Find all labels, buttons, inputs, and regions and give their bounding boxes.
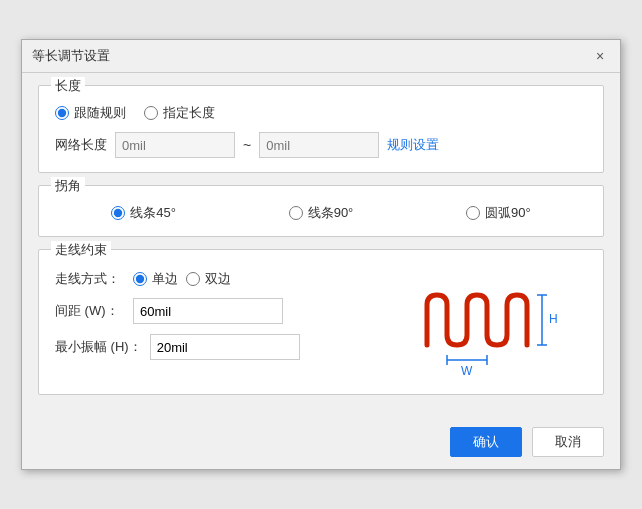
dialog: 等长调节设置 × 长度 跟随规则 指定长度 网络长度 ~ 规则 <box>21 39 621 470</box>
serpentine-svg-container: H W <box>407 260 577 380</box>
corner-section: 拐角 线条45° 线条90° 圆弧90° <box>38 185 604 237</box>
corner-90-label[interactable]: 线条90° <box>289 204 354 222</box>
corner-45-label[interactable]: 线条45° <box>111 204 176 222</box>
routing-legend: 走线约束 <box>51 241 111 259</box>
rule-settings-link[interactable]: 规则设置 <box>387 136 439 154</box>
single-side-label[interactable]: 单边 <box>133 270 178 288</box>
svg-text:H: H <box>549 312 558 326</box>
corner-arc90-label[interactable]: 圆弧90° <box>466 204 531 222</box>
routing-section: 走线约束 走线方式： 单边 双边 <box>38 249 604 395</box>
network-length-input1[interactable] <box>115 132 235 158</box>
single-side-text: 单边 <box>152 270 178 288</box>
dialog-content: 长度 跟随规则 指定长度 网络长度 ~ 规则设置 拐角 <box>22 73 620 419</box>
dialog-footer: 确认 取消 <box>22 419 620 469</box>
network-length-input2[interactable] <box>259 132 379 158</box>
spacing-label: 间距 (W)： <box>55 302 125 320</box>
routing-left: 走线方式： 单边 双边 间距 (W)： <box>55 260 397 380</box>
close-button[interactable]: × <box>590 46 610 66</box>
tilde-separator: ~ <box>243 137 251 153</box>
corner-arc90-text: 圆弧90° <box>485 204 531 222</box>
spacing-input[interactable] <box>133 298 283 324</box>
corner-90-text: 线条90° <box>308 204 354 222</box>
corner-45-radio[interactable] <box>111 206 125 220</box>
follow-rule-label[interactable]: 跟随规则 <box>55 104 126 122</box>
spacing-row: 间距 (W)： <box>55 298 397 324</box>
serpentine-diagram-svg: H W <box>407 260 577 380</box>
length-section: 长度 跟随规则 指定长度 网络长度 ~ 规则设置 <box>38 85 604 173</box>
network-length-row: 网络长度 ~ 规则设置 <box>55 132 587 158</box>
dialog-title: 等长调节设置 <box>32 47 110 65</box>
corner-legend: 拐角 <box>51 177 85 195</box>
mode-row: 走线方式： 单边 双边 <box>55 270 397 288</box>
title-bar: 等长调节设置 × <box>22 40 620 73</box>
mode-label: 走线方式： <box>55 270 125 288</box>
single-side-radio[interactable] <box>133 272 147 286</box>
specify-length-radio[interactable] <box>144 106 158 120</box>
corner-arc90-radio[interactable] <box>466 206 480 220</box>
amplitude-row: 最小振幅 (H)： <box>55 334 397 360</box>
network-length-label: 网络长度 <box>55 136 107 154</box>
follow-rule-radio[interactable] <box>55 106 69 120</box>
cancel-button[interactable]: 取消 <box>532 427 604 457</box>
confirm-button[interactable]: 确认 <box>450 427 522 457</box>
double-side-label[interactable]: 双边 <box>186 270 231 288</box>
specify-length-text: 指定长度 <box>163 104 215 122</box>
amplitude-input[interactable] <box>150 334 300 360</box>
corner-radio-row: 线条45° 线条90° 圆弧90° <box>55 204 587 222</box>
routing-diagram: H W <box>397 260 587 380</box>
specify-length-label[interactable]: 指定长度 <box>144 104 215 122</box>
double-side-text: 双边 <box>205 270 231 288</box>
length-legend: 长度 <box>51 77 85 95</box>
corner-45-text: 线条45° <box>130 204 176 222</box>
corner-90-radio[interactable] <box>289 206 303 220</box>
length-radio-row: 跟随规则 指定长度 <box>55 104 587 122</box>
amplitude-label: 最小振幅 (H)： <box>55 338 142 356</box>
double-side-radio[interactable] <box>186 272 200 286</box>
follow-rule-text: 跟随规则 <box>74 104 126 122</box>
svg-text:W: W <box>461 364 473 378</box>
routing-content: 走线方式： 单边 双边 间距 (W)： <box>55 260 587 380</box>
